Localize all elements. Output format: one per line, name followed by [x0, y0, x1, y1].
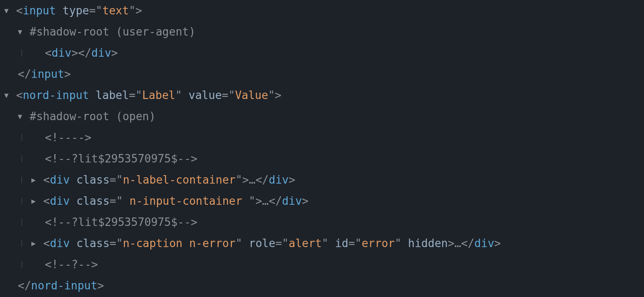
dom-node-input[interactable]: <input type="text"> — [4, 0, 644, 21]
expand-toggle-icon[interactable] — [4, 85, 16, 106]
expand-toggle-icon[interactable] — [4, 0, 16, 21]
attr-value: text — [103, 0, 129, 21]
expand-toggle-icon[interactable] — [31, 190, 43, 212]
dom-node-nord-input-close[interactable]: </nord-input> — [4, 275, 644, 296]
expand-toggle-icon[interactable] — [18, 106, 30, 127]
ellipsis: … — [262, 190, 269, 212]
attr-name: type — [63, 0, 89, 21]
shadow-root-node[interactable]: #shadow-root (user-agent) — [4, 21, 644, 42]
dom-tree: <input type="text"> #shadow-root (user-a… — [0, 0, 644, 296]
ellipsis: … — [455, 233, 461, 254]
tag-name: input — [23, 0, 56, 21]
dom-node-nord-input[interactable]: <nord-input label="Label" value="Value"> — [4, 85, 644, 106]
dom-node-div[interactable]: <div></div> — [4, 42, 644, 63]
dom-comment[interactable]: <!--?lit$2953570975$--> — [4, 212, 644, 233]
html-comment: <!--?--> — [45, 254, 98, 275]
ellipsis: … — [249, 169, 255, 190]
lit-comment: <!--?lit$2953570975$--> — [45, 212, 197, 233]
expand-toggle-icon[interactable] — [31, 233, 43, 254]
shadow-root-label: shadow-root (user-agent) — [36, 21, 196, 42]
bracket: < — [16, 0, 23, 21]
dom-node-input-close[interactable]: </input> — [4, 63, 644, 85]
dom-node-div[interactable]: <div class="n-label-container">…</div> — [4, 169, 644, 190]
dom-comment[interactable]: <!--?--> — [4, 254, 644, 275]
dom-node-div[interactable]: <div class=" n-input-container ">…</div> — [4, 190, 644, 212]
dom-node-div[interactable]: <div class="n-caption n-error" role="ale… — [4, 233, 644, 254]
dom-comment[interactable]: <!----> — [4, 127, 644, 148]
expand-toggle-icon[interactable] — [18, 21, 30, 42]
shadow-root-node[interactable]: #shadow-root (open) — [4, 106, 644, 127]
html-comment: <!----> — [45, 127, 92, 148]
expand-toggle-icon[interactable] — [31, 169, 43, 190]
shadow-hash: # — [30, 21, 36, 42]
dom-comment[interactable]: <!--?lit$2953570975$--> — [4, 148, 644, 169]
lit-comment: <!--?lit$2953570975$--> — [45, 148, 197, 169]
